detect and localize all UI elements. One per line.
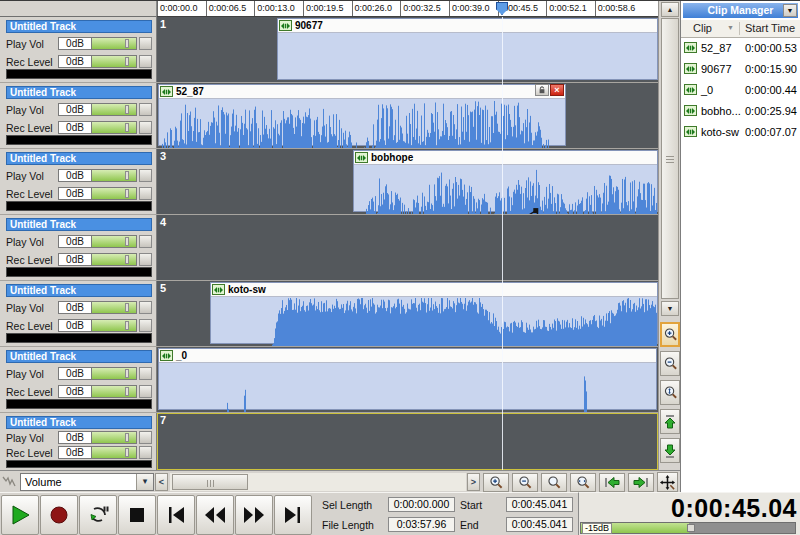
rec-level-extra-button[interactable]: [139, 187, 152, 200]
clip-list-item[interactable]: koto-sw0:00:07.07: [681, 122, 800, 143]
fit-vertical-button[interactable]: [660, 380, 680, 405]
waveform[interactable]: [278, 33, 657, 82]
clip-header[interactable]: _0: [159, 349, 656, 363]
rec-level-value[interactable]: 0dB: [58, 121, 92, 134]
stop-button[interactable]: [118, 495, 156, 535]
nudge-up-button[interactable]: [660, 409, 680, 434]
rec-level-slider[interactable]: 0dB: [58, 319, 152, 332]
clip-manager-title[interactable]: Clip Manager ▼: [683, 3, 798, 18]
go-to-start-button[interactable]: [157, 495, 195, 535]
zoom-tool-button[interactable]: [541, 473, 567, 492]
rec-level-slider-track[interactable]: [92, 55, 137, 68]
zoom-out-vertical-button[interactable]: [660, 351, 680, 376]
slider-handle[interactable]: [125, 255, 129, 264]
rec-level-slider[interactable]: 0dB: [58, 446, 152, 459]
play-vol-value[interactable]: 0dB: [58, 301, 92, 314]
go-to-next-button[interactable]: [628, 473, 654, 492]
scroll-up-button[interactable]: ▲: [661, 2, 679, 17]
slider-handle[interactable]: [125, 303, 129, 312]
scroll-down-button[interactable]: ▼: [661, 301, 679, 316]
play-vol-value[interactable]: 0dB: [58, 367, 92, 380]
rec-level-slider[interactable]: 0dB: [58, 55, 152, 68]
envelope-type-select[interactable]: Volume ▾: [20, 473, 154, 491]
play-vol-value[interactable]: 0dB: [58, 235, 92, 248]
rec-level-extra-button[interactable]: [139, 121, 152, 134]
play-vol-extra-button[interactable]: [139, 103, 152, 116]
slider-handle[interactable]: [125, 369, 129, 378]
play-vol-slider[interactable]: 0dB: [58, 301, 152, 314]
slider-handle[interactable]: [125, 321, 129, 330]
chevron-down-icon[interactable]: ▾: [136, 474, 153, 490]
play-vol-slider[interactable]: 0dB: [58, 235, 152, 248]
play-vol-slider-track[interactable]: [92, 169, 137, 182]
play-vol-slider[interactable]: 0dB: [58, 367, 152, 380]
slider-handle[interactable]: [125, 448, 129, 457]
slider-handle[interactable]: [125, 189, 129, 198]
rec-level-extra-button[interactable]: [139, 319, 152, 332]
vertical-scrollbar-thumb[interactable]: [661, 18, 679, 299]
rec-level-slider-track[interactable]: [92, 446, 137, 459]
rec-level-value[interactable]: 0dB: [58, 319, 92, 332]
clip[interactable]: _0: [158, 348, 657, 410]
play-vol-extra-button[interactable]: [139, 169, 152, 182]
rec-level-extra-button[interactable]: [139, 253, 152, 266]
play-vol-extra-button[interactable]: [139, 301, 152, 314]
rec-level-value[interactable]: 0dB: [58, 446, 92, 459]
zoom-in-button[interactable]: [483, 473, 509, 492]
playback-volume-slider[interactable]: -15dB: [580, 522, 796, 534]
waveform[interactable]: [211, 297, 657, 346]
horizontal-scrollbar[interactable]: [170, 473, 466, 491]
pan-tool-button[interactable]: [657, 472, 678, 492]
rec-level-value[interactable]: 0dB: [58, 55, 92, 68]
slider-handle[interactable]: [125, 433, 129, 442]
play-vol-slider[interactable]: 0dB: [58, 37, 152, 50]
play-vol-extra-button[interactable]: [139, 431, 152, 444]
rec-level-slider[interactable]: 0dB: [58, 253, 152, 266]
waveform[interactable]: [159, 363, 656, 412]
rec-level-value[interactable]: 0dB: [58, 187, 92, 200]
clip-list-item[interactable]: _00:00:00.44: [681, 80, 800, 101]
track-title[interactable]: Untitled Track: [6, 416, 152, 429]
play-vol-value[interactable]: 0dB: [58, 169, 92, 182]
track-lane[interactable]: 2 52_87 ×: [157, 83, 658, 148]
track-title[interactable]: Untitled Track: [6, 284, 152, 297]
record-button[interactable]: [40, 495, 78, 535]
track-lane[interactable]: 7: [157, 413, 658, 470]
rec-level-slider-track[interactable]: [92, 253, 137, 266]
rec-level-extra-button[interactable]: [139, 55, 152, 68]
clip[interactable]: 90677: [277, 18, 658, 80]
rec-level-slider-track[interactable]: [92, 187, 137, 200]
nudge-down-button[interactable]: [660, 438, 680, 463]
track-title[interactable]: Untitled Track: [6, 86, 152, 99]
waveform[interactable]: [159, 99, 565, 148]
play-vol-slider-track[interactable]: [92, 301, 137, 314]
clip-list-item[interactable]: 52_870:00:00.53: [681, 38, 800, 59]
timeline-ruler[interactable]: 0:00:00.00:00:06.50:00:13.00:00:19.50:00…: [157, 1, 658, 17]
track-title[interactable]: Untitled Track: [6, 152, 152, 165]
play-vol-slider-track[interactable]: [92, 367, 137, 380]
rec-level-slider-track[interactable]: [92, 319, 137, 332]
track-lane[interactable]: 3 bobhope: [157, 149, 658, 214]
slider-handle[interactable]: [125, 123, 129, 132]
play-vol-value[interactable]: 0dB: [58, 103, 92, 116]
track-lane[interactable]: 1 90677: [157, 17, 658, 82]
play-vol-slider[interactable]: 0dB: [58, 103, 152, 116]
fast-forward-button[interactable]: [235, 495, 273, 535]
clip[interactable]: koto-sw: [210, 282, 658, 344]
clip-list-item[interactable]: bobho...0:00:25.94: [681, 101, 800, 122]
slider-handle[interactable]: [125, 105, 129, 114]
slider-handle[interactable]: [125, 171, 129, 180]
slider-handle[interactable]: [125, 387, 129, 396]
clip-header[interactable]: 52_87: [159, 85, 565, 99]
volume-slider-handle[interactable]: [687, 524, 695, 532]
go-to-end-button[interactable]: [274, 495, 312, 535]
loop-playback-button[interactable]: [79, 495, 117, 535]
column-clip[interactable]: Clip: [693, 22, 712, 34]
zoom-to-selection-button[interactable]: [570, 473, 596, 492]
play-vol-slider-track[interactable]: [92, 431, 137, 444]
go-to-previous-button[interactable]: [599, 473, 625, 492]
rec-level-extra-button[interactable]: [139, 385, 152, 398]
rec-level-value[interactable]: 0dB: [58, 253, 92, 266]
rec-level-slider[interactable]: 0dB: [58, 121, 152, 134]
slider-handle[interactable]: [125, 237, 129, 246]
